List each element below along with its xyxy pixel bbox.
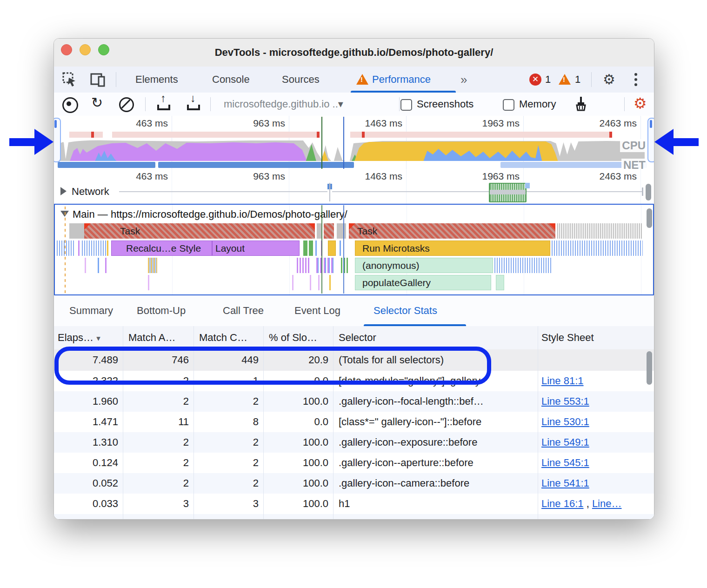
style-sheet-link[interactable]: Line 545:1	[541, 453, 589, 473]
device-toolbar-icon[interactable]	[90, 72, 105, 87]
tab-bottom-up[interactable]: Bottom-Up	[137, 295, 186, 326]
style-sheet-link[interactable]: Line 16:1	[541, 498, 584, 509]
tab-performance[interactable]: Performance	[372, 67, 431, 93]
main-track-label[interactable]: Main — https://microsoftedge.github.io/D…	[73, 207, 347, 222]
col-match-attempts[interactable]: Match A…	[128, 326, 175, 349]
error-count[interactable]: 1	[545, 67, 551, 93]
divider	[399, 97, 400, 111]
populate-gallery-label: populateGallery	[362, 275, 431, 290]
warning-count[interactable]: 1	[575, 67, 580, 93]
network-track-label[interactable]: Network	[72, 186, 109, 198]
inspect-element-icon[interactable]	[62, 72, 77, 87]
warning-badge-icon[interactable]	[559, 74, 571, 87]
overview-time-1963: 1963 ms	[450, 117, 520, 130]
settings-gear-icon[interactable]: ⚙	[603, 72, 615, 87]
record-button[interactable]	[62, 97, 78, 113]
ruler-time-1463: 1463 ms	[333, 170, 402, 183]
run-microtasks-label: Run Microtasks	[362, 241, 430, 256]
style-sheet-link[interactable]: Line 553:1	[541, 391, 589, 412]
devtools-tab-bar: Elements Console Sources Performance » ✕…	[54, 67, 654, 93]
vertical-scrollbar[interactable]	[646, 184, 651, 200]
playhead-marker[interactable]	[321, 117, 322, 169]
timeline-overview[interactable]: 463 ms 963 ms 1463 ms 1963 ms 2463 ms CP…	[54, 116, 654, 169]
collect-garbage-icon[interactable]	[574, 96, 588, 111]
col-match-count[interactable]: Match C…	[199, 326, 247, 349]
detail-panel-tab-bar: Summary Bottom-Up Call Tree Event Log Se…	[54, 295, 654, 327]
divider	[591, 72, 592, 87]
error-badge-icon[interactable]: ✕	[529, 74, 541, 86]
ruler-time-1963: 1963 ms	[450, 170, 520, 183]
main-thread-track[interactable]: Main — https://microsoftedge.github.io/D…	[54, 204, 654, 295]
select-caret-icon: ▾	[338, 98, 343, 110]
col-elapsed[interactable]: Elaps… ▾	[58, 326, 100, 349]
table-row[interactable]: 0.124 2 2 100.0 .gallery-icon--aperture:…	[54, 453, 654, 473]
overview-right-drag-handle[interactable]	[647, 118, 654, 162]
table-row[interactable]: 1.960 2 2 100.0 .gallery-icon--focal-len…	[54, 391, 654, 412]
memory-checkbox[interactable]	[503, 99, 514, 111]
screenshots-label: Screenshots	[417, 93, 474, 116]
anonymous-label: (anonymous)	[362, 258, 420, 273]
flame-task-bar[interactable]	[84, 223, 315, 239]
capture-settings-gear-icon[interactable]: ⚙	[634, 94, 647, 112]
flame-task-bar[interactable]	[349, 223, 555, 239]
network-request-block[interactable]	[489, 183, 527, 202]
overview-time-463: 463 ms	[98, 117, 168, 130]
ruler-time-463: 463 ms	[98, 170, 168, 183]
download-profile-icon[interactable]: ↓	[187, 96, 200, 110]
table-row[interactable]: 0.033 3 3 100.0 h1 Line 16:1 , Line…	[54, 494, 654, 514]
network-expand-icon[interactable]	[60, 187, 67, 197]
upload-profile-icon[interactable]: ↑	[157, 96, 170, 110]
tab-elements[interactable]: Elements	[135, 67, 178, 93]
col-slow-pct[interactable]: % of Slo…	[269, 326, 317, 349]
overview-time-2463: 2463 ms	[567, 117, 637, 130]
ruler-time-963: 963 ms	[215, 170, 285, 183]
tab-sources[interactable]: Sources	[282, 67, 320, 93]
divider	[145, 97, 146, 111]
ruler-time-2463: 2463 ms	[567, 170, 637, 183]
window-title: DevTools - microsoftedge.github.io/Demos…	[54, 39, 654, 67]
history-select[interactable]: microsoftedge.github.io ..▾	[224, 93, 343, 116]
net-activity-bar	[58, 162, 155, 168]
cpu-activity-chart	[56, 138, 646, 161]
tab-event-log[interactable]: Event Log	[294, 295, 340, 326]
screenshots-checkbox[interactable]	[400, 99, 412, 111]
network-track-section: 463 ms 963 ms 1463 ms 1963 ms 2463 ms Ne…	[54, 169, 654, 204]
long-task-strip	[69, 132, 103, 138]
performance-toolbar: ↻ ↑ ↓ microsoftedge.github.io ..▾ Screen…	[54, 93, 654, 116]
reload-record-icon[interactable]: ↻	[91, 94, 103, 111]
divider	[624, 97, 625, 111]
net-activity-bar	[158, 162, 354, 168]
style-sheet-link[interactable]: Line 530:1	[541, 412, 589, 432]
tab-selector-stats[interactable]: Selector Stats	[374, 295, 437, 326]
style-sheet-link[interactable]: Line 541:1	[541, 473, 589, 494]
devtools-window: DevTools - microsoftedge.github.io/Demos…	[53, 38, 654, 520]
layout-label: Layout	[215, 241, 245, 256]
table-scrollbar[interactable]	[647, 351, 652, 385]
sort-descending-icon: ▾	[96, 334, 100, 343]
col-style-sheet[interactable]: Style Sheet	[541, 326, 594, 349]
style-sheet-link[interactable]: Line 549:1	[541, 432, 589, 453]
style-sheet-link[interactable]: Line…	[592, 498, 622, 509]
table-row[interactable]: 0.052 2 2 100.0 .gallery-icon--camera::b…	[54, 473, 654, 494]
recalc-style-label: Recalcu…e Style	[126, 241, 201, 256]
memory-label: Memory	[519, 93, 556, 116]
more-tabs-chevron[interactable]: »	[460, 67, 467, 93]
table-row[interactable]: 1.471 11 8 0.0 [class*=" gallery-icon--"…	[54, 412, 654, 432]
tab-call-tree[interactable]: Call Tree	[223, 295, 264, 326]
table-row-partial	[54, 514, 654, 519]
col-selector[interactable]: Selector	[339, 326, 376, 349]
totals-row-highlight-annotation	[54, 347, 491, 385]
task-label: Task	[357, 223, 377, 239]
tab-console[interactable]: Console	[212, 67, 250, 93]
vertical-scrollbar[interactable]	[647, 208, 652, 228]
overview-left-drag-handle[interactable]	[53, 118, 61, 162]
performance-warning-icon	[356, 74, 368, 87]
style-sheet-link[interactable]: Line 81:1	[541, 371, 584, 391]
divider	[116, 72, 116, 87]
clear-recording-icon[interactable]	[119, 97, 134, 112]
kebab-menu-icon[interactable]	[634, 73, 637, 87]
table-row[interactable]: 1.310 2 2 100.0 .gallery-icon--exposure:…	[54, 432, 654, 453]
style-sheet-links: Line 16:1 , Line…	[541, 494, 621, 514]
selection-marker[interactable]	[343, 117, 344, 169]
tab-summary[interactable]: Summary	[69, 295, 113, 326]
